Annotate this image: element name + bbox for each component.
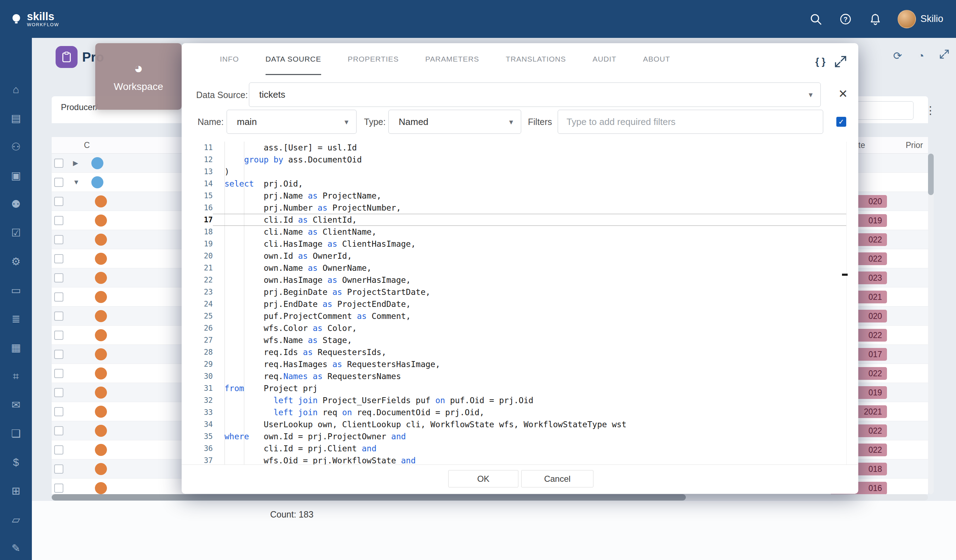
column-header-priority[interactable]: Prior: [906, 137, 923, 154]
row-checkbox[interactable]: [54, 178, 63, 187]
user-settings-icon[interactable]: ⚙: [7, 253, 25, 270]
notifications-bell-icon[interactable]: [868, 12, 883, 27]
code-line-30[interactable]: 30 req.Names as RequestersNames: [182, 370, 858, 382]
code-line-24[interactable]: 24 prj.EndDate as ProjectEndDate,: [182, 298, 858, 310]
code-line-32[interactable]: 32 left join Project_UserFields puf on p…: [182, 394, 858, 406]
row-checkbox[interactable]: [54, 388, 63, 397]
row-checkbox[interactable]: [54, 292, 63, 301]
row-checkbox[interactable]: [54, 445, 63, 455]
maximize-icon[interactable]: [834, 55, 847, 68]
code-line-34[interactable]: 34 UserLookup own, ClientLookup cli, Wor…: [182, 419, 858, 430]
calculator-icon[interactable]: ▦: [7, 339, 25, 356]
row-checkbox[interactable]: [54, 312, 63, 321]
row-checkbox[interactable]: [54, 197, 63, 206]
tasks-icon[interactable]: ☑: [7, 224, 25, 242]
brand[interactable]: skills WORKFLOW: [9, 11, 59, 27]
code-line-18[interactable]: 18 cli.Name as ClientName,: [182, 226, 858, 238]
code-line-22[interactable]: 22 own.HasImage as OwnerHasImage,: [182, 274, 858, 286]
code-line-37[interactable]: 37 wfs.Oid = prj.WorkflowState and: [182, 455, 858, 464]
ok-button[interactable]: OK: [448, 470, 518, 488]
close-icon[interactable]: ✕: [835, 86, 851, 102]
refresh-icon[interactable]: ⟳: [890, 49, 905, 63]
code-line-35[interactable]: 35where own.Id = prj.ProjectOwner and: [182, 430, 858, 442]
code-line-13[interactable]: 13): [182, 166, 858, 178]
horizontal-scrollbar[interactable]: [52, 494, 928, 500]
code-line-16[interactable]: 16 prj.Number as ProjectNumber,: [182, 202, 858, 214]
payments-icon[interactable]: ⌗: [7, 367, 25, 385]
vertical-scrollbar-thumb[interactable]: [928, 154, 934, 195]
tab-parameters[interactable]: PARAMETERS: [425, 43, 479, 75]
jobs-icon[interactable]: ▣: [7, 166, 25, 184]
filters-input[interactable]: [558, 110, 823, 134]
row-checkbox[interactable]: [54, 235, 63, 244]
mail-icon[interactable]: ✉: [7, 396, 25, 414]
row-checkbox[interactable]: [54, 464, 63, 474]
tab-translations[interactable]: TRANSLATIONS: [506, 43, 566, 75]
row-checkbox[interactable]: [54, 216, 63, 225]
toolbar-input[interactable]: [854, 101, 914, 120]
column-header-date[interactable]: te: [858, 137, 865, 154]
card-icon[interactable]: ▭: [7, 281, 25, 299]
vertical-scrollbar[interactable]: [928, 154, 934, 494]
row-checkbox[interactable]: [54, 254, 63, 264]
tab-audit[interactable]: AUDIT: [592, 43, 616, 75]
tab-properties[interactable]: PROPERTIES: [348, 43, 399, 75]
code-line-17[interactable]: 17 cli.Id as ClientId,: [182, 214, 858, 226]
column-header-partial[interactable]: C: [84, 137, 90, 154]
code-line-19[interactable]: 19 cli.HasImage as ClientHasImage,: [182, 238, 858, 250]
horizontal-scrollbar-thumb[interactable]: [52, 494, 686, 500]
type-select[interactable]: Named ▾: [388, 110, 521, 134]
row-checkbox[interactable]: [54, 426, 63, 435]
row-expander-icon[interactable]: ▶: [73, 154, 78, 173]
filters-checkbox[interactable]: ✓: [836, 117, 846, 127]
editor-scroll-marker[interactable]: [842, 274, 848, 276]
code-line-23[interactable]: 23 prj.BeginDate as ProjectStartDate,: [182, 286, 858, 298]
row-checkbox[interactable]: [54, 331, 63, 340]
tab-about[interactable]: ABOUT: [643, 43, 670, 75]
home-icon[interactable]: ⌂: [7, 80, 25, 99]
user-menu[interactable]: Skilio: [898, 10, 943, 28]
search-icon[interactable]: [808, 12, 823, 27]
code-line-27[interactable]: 27 wfs.Name as Stage,: [182, 334, 858, 346]
contacts-icon[interactable]: ⚇: [7, 138, 25, 156]
code-line-14[interactable]: 14select prj.Oid,: [182, 178, 858, 190]
row-checkbox[interactable]: [54, 483, 63, 493]
code-line-20[interactable]: 20 own.Id as OwnerId,: [182, 250, 858, 262]
cancel-button[interactable]: Cancel: [521, 470, 593, 488]
documents-icon[interactable]: ❏: [7, 424, 25, 442]
name-select[interactable]: main ▾: [226, 110, 357, 134]
code-line-12[interactable]: 12 group by ass.DocumentOid: [182, 154, 858, 166]
help-icon[interactable]: ?: [838, 12, 853, 27]
more-options-icon[interactable]: ⋮: [924, 103, 937, 118]
editor-scrollbar[interactable]: [846, 141, 847, 464]
avatar[interactable]: [898, 10, 916, 28]
notes-icon[interactable]: ✎: [7, 539, 25, 557]
billing-icon[interactable]: $: [7, 453, 25, 471]
code-line-26[interactable]: 26 wfs.Color as Color,: [182, 322, 858, 334]
code-line-29[interactable]: 29 req.HasImages as RequestersHasImage,: [182, 358, 858, 370]
code-line-15[interactable]: 15 prj.Name as ProjectName,: [182, 190, 858, 202]
files-icon[interactable]: ▱: [7, 510, 25, 529]
code-line-36[interactable]: 36 cli.Id = prj.Client and: [182, 442, 858, 455]
code-line-28[interactable]: 28 req.Ids as RequestersIds,: [182, 346, 858, 358]
teams-icon[interactable]: ⚉: [7, 195, 25, 213]
fullscreen-icon[interactable]: [937, 49, 952, 63]
workspace-panel[interactable]: ◕ Workspace: [95, 43, 182, 110]
usage-chart-icon[interactable]: ◔: [914, 49, 928, 63]
code-line-33[interactable]: 33 left join req on req.DocumentOid = pr…: [182, 406, 858, 419]
code-braces-icon[interactable]: { }: [811, 52, 830, 71]
code-line-11[interactable]: 11 ass.[User] = usl.Id: [182, 141, 858, 154]
row-checkbox[interactable]: [54, 158, 63, 168]
archive-icon[interactable]: ⊞: [7, 482, 25, 500]
code-line-25[interactable]: 25 puf.ProjectComment as Comment,: [182, 310, 858, 322]
sql-code-editor[interactable]: 11 ass.[User] = usl.Id12 group by ass.Do…: [182, 141, 858, 464]
tab-data-source[interactable]: DATA SOURCE: [266, 43, 321, 75]
row-checkbox[interactable]: [54, 273, 63, 282]
row-checkbox[interactable]: [54, 407, 63, 416]
view-tab-producer[interactable]: Producer/: [61, 102, 98, 112]
library-icon[interactable]: ▤: [7, 109, 25, 127]
code-line-31[interactable]: 31from Project prj: [182, 382, 858, 394]
tab-info[interactable]: INFO: [220, 43, 239, 75]
data-source-select[interactable]: tickets ▾: [249, 83, 821, 107]
row-checkbox[interactable]: [54, 369, 63, 378]
